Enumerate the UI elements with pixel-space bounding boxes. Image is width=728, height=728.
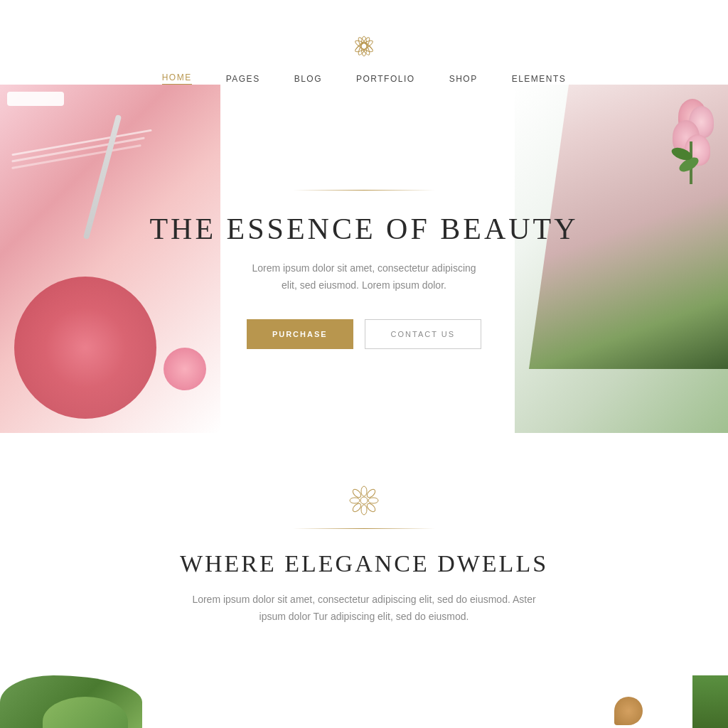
svg-point-6 [361, 486, 367, 496]
hero-divider [293, 190, 435, 191]
middle-section: WHERE ELEGANCE DWELLS Lorem ipsum dolor … [0, 440, 728, 640]
main-nav: HOME PAGES BLOG PORTFOLIO SHOP ELEMENTS [162, 73, 567, 85]
middle-title: WHERE ELEGANCE DWELLS [14, 550, 714, 577]
hero-subtitle: Lorem ipsum dolor sit amet, consectetur … [243, 260, 485, 294]
svg-point-7 [361, 505, 367, 515]
svg-point-5 [360, 497, 368, 504]
hero-content: THE ESSENCE OF BEAUTY Lorem ipsum dolor … [135, 147, 592, 378]
svg-point-8 [350, 498, 360, 503]
flower-ornament-icon [14, 483, 714, 521]
hero-section: THE ESSENCE OF BEAUTY Lorem ipsum dolor … [0, 85, 728, 440]
purchase-button[interactable]: PURCHASE [247, 319, 353, 349]
svg-point-12 [365, 488, 377, 499]
nav-blog[interactable]: BLOG [294, 74, 322, 84]
svg-point-10 [351, 488, 363, 499]
middle-text: Lorem ipsum dolor sit amet, consectetur … [179, 592, 549, 626]
hero-buttons: PURCHASE CONTACT US [149, 319, 578, 349]
nav-shop[interactable]: SHOP [449, 74, 478, 84]
seed-decoration [614, 697, 643, 725]
logo[interactable] [343, 21, 385, 73]
header: HOME PAGES BLOG PORTFOLIO SHOP ELEMENTS [0, 0, 728, 85]
middle-divider [293, 528, 435, 529]
nav-portfolio[interactable]: PORTFOLIO [356, 74, 415, 84]
nav-elements[interactable]: ELEMENTS [512, 74, 567, 84]
nav-home[interactable]: HOME [162, 73, 192, 85]
nature-strip [0, 661, 728, 728]
nav-pages[interactable]: PAGES [226, 74, 260, 84]
contact-button[interactable]: CONTACT US [365, 319, 482, 349]
svg-point-13 [351, 502, 363, 513]
svg-point-11 [365, 502, 377, 513]
leaf-right [692, 675, 728, 728]
hero-title: THE ESSENCE OF BEAUTY [149, 212, 578, 246]
svg-point-9 [368, 498, 378, 503]
